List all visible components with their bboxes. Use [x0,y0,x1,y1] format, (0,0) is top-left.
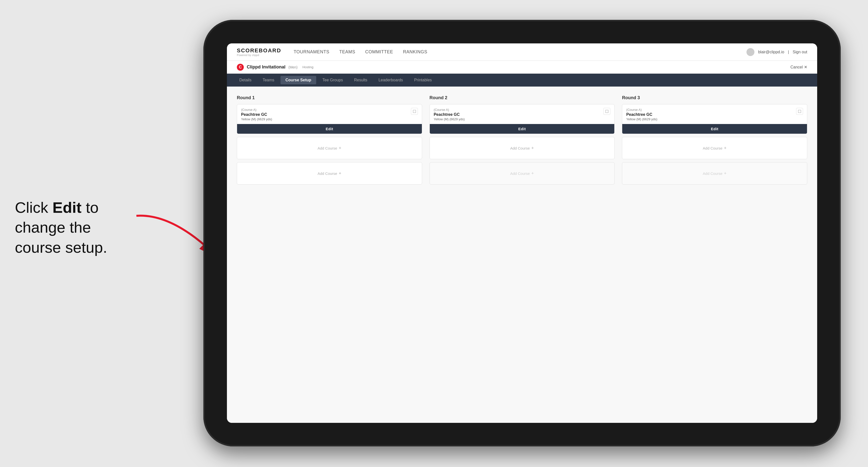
tablet-frame: SCOREBOARD Powered by clippd TOURNAMENTS… [204,20,841,446]
round-1-course-label: (Course A) [241,108,272,112]
round-3-delete-button[interactable]: ☐ [796,108,803,115]
round-1-add-course-text-2: Add Course + [317,171,341,176]
tab-course-setup[interactable]: Course Setup [280,76,316,84]
round-3-add-course-text-1: Add Course + [703,146,726,151]
cancel-label: Cancel [790,65,803,69]
hosting-badge: Hosting [303,65,313,69]
round-3-plus-icon-2: + [724,171,726,176]
rounds-grid: Round 1 (Course A) Peachtree GC Yellow (… [237,95,807,187]
round-1-plus-icon-1: + [339,146,341,151]
round-1-delete-button[interactable]: ☐ [411,108,418,115]
round-2-add-course-2: Add Course + [430,162,615,185]
round-1-add-course-label-1: Add Course [317,146,337,150]
scoreboard-logo: SCOREBOARD Powered by clippd [237,48,281,57]
clippd-logo: C [237,64,244,71]
round-2-plus-icon-1: + [531,146,534,151]
sub-header-left: C Clippd Invitational (Men) Hosting [237,64,790,71]
round-1-course-header: (Course A) Peachtree GC Yellow (M) (6629… [237,104,422,124]
round-2-add-course-label-1: Add Course [510,146,530,150]
round-2-column: Round 2 (Course A) Peachtree GC Yellow (… [430,95,615,187]
round-1-course-card: (Course A) Peachtree GC Yellow (M) (6629… [237,104,422,134]
round-1-add-course-text-1: Add Course + [317,146,341,151]
round-3-course-card: (Course A) Peachtree GC Yellow (M) (6629… [622,104,807,134]
nav-committee[interactable]: COMMITTEE [365,49,393,55]
round-2-course-label: (Course A) [434,108,465,112]
round-1-add-course-2[interactable]: Add Course + [237,162,422,185]
round-3-course-header: (Course A) Peachtree GC Yellow (M) (6629… [622,104,807,124]
tab-results[interactable]: Results [349,76,372,84]
tab-teams[interactable]: Teams [258,76,279,84]
logo-sub-text: Powered by clippd [237,54,281,57]
round-3-column: Round 3 (Course A) Peachtree GC Yellow (… [622,95,807,187]
tab-printables[interactable]: Printables [409,76,437,84]
tab-bar: Details Teams Course Setup Tee Groups Re… [227,74,817,87]
round-3-course-tee: Yellow (M) (6629 yds) [626,117,657,121]
sign-out-link[interactable]: Sign out [793,50,807,54]
nav-teams[interactable]: TEAMS [339,49,355,55]
round-2-title: Round 2 [430,95,615,100]
round-2-add-course-text-1: Add Course + [510,146,534,151]
round-3-plus-icon-1: + [724,146,726,151]
round-3-course-info: (Course A) Peachtree GC Yellow (M) (6629… [626,108,657,124]
nav-tournaments[interactable]: TOURNAMENTS [293,49,329,55]
round-2-edit-button[interactable]: Edit [430,124,615,134]
top-nav: SCOREBOARD Powered by clippd TOURNAMENTS… [227,43,817,61]
round-2-add-course-1[interactable]: Add Course + [430,137,615,159]
round-1-plus-icon-2: + [339,171,341,176]
round-1-course-info: (Course A) Peachtree GC Yellow (M) (6629… [241,108,272,124]
round-3-title: Round 3 [622,95,807,100]
tournament-name: Clippd Invitational [247,64,285,70]
round-3-course-label: (Course A) [626,108,657,112]
tournament-gender: (Men) [288,65,298,69]
round-1-column: Round 1 (Course A) Peachtree GC Yellow (… [237,95,422,187]
round-1-add-course-1[interactable]: Add Course + [237,137,422,159]
round-2-add-course-text-2: Add Course + [510,171,534,176]
nav-right: blair@clippd.io | Sign out [746,48,807,56]
round-1-course-tee: Yellow (M) (6629 yds) [241,117,272,121]
round-2-course-name: Peachtree GC [434,112,465,117]
edit-bold: Edit [53,199,82,216]
round-3-add-course-text-2: Add Course + [703,171,726,176]
round-2-course-info: (Course A) Peachtree GC Yellow (M) (6629… [434,108,465,124]
round-3-edit-button[interactable]: Edit [622,124,807,134]
nav-divider: | [788,50,789,54]
round-3-add-course-label-2: Add Course [703,172,722,176]
user-email: blair@clippd.io [758,50,784,54]
round-3-course-name: Peachtree GC [626,112,657,117]
tablet-screen: SCOREBOARD Powered by clippd TOURNAMENTS… [227,43,817,423]
cancel-x-icon: ✕ [804,65,807,69]
round-3-add-course-label-1: Add Course [703,146,722,150]
tab-details[interactable]: Details [235,76,256,84]
main-content: Round 1 (Course A) Peachtree GC Yellow (… [227,87,817,423]
round-2-course-header: (Course A) Peachtree GC Yellow (M) (6629… [430,104,615,124]
cancel-button[interactable]: Cancel ✕ [790,65,807,69]
round-2-add-course-label-2: Add Course [510,172,530,176]
round-2-delete-button[interactable]: ☐ [603,108,610,115]
round-1-course-name: Peachtree GC [241,112,272,117]
round-2-plus-icon-2: + [531,171,534,176]
round-1-edit-button[interactable]: Edit [237,124,422,134]
round-2-course-card: (Course A) Peachtree GC Yellow (M) (6629… [430,104,615,134]
round-3-add-course-2: Add Course + [622,162,807,185]
logo-main-text: SCOREBOARD [237,48,281,54]
instruction-text: Click Edit tochange thecourse setup. [15,197,107,257]
nav-links: TOURNAMENTS TEAMS COMMITTEE RANKINGS [293,49,746,55]
nav-rankings[interactable]: RANKINGS [403,49,427,55]
sub-header: C Clippd Invitational (Men) Hosting Canc… [227,61,817,74]
round-2-course-tee: Yellow (M) (6629 yds) [434,117,465,121]
tab-tee-groups[interactable]: Tee Groups [317,76,348,84]
round-1-add-course-label-2: Add Course [317,172,337,176]
tab-leaderboards[interactable]: Leaderboards [373,76,408,84]
nav-avatar [746,48,754,56]
round-3-add-course-1[interactable]: Add Course + [622,137,807,159]
round-1-title: Round 1 [237,95,422,100]
